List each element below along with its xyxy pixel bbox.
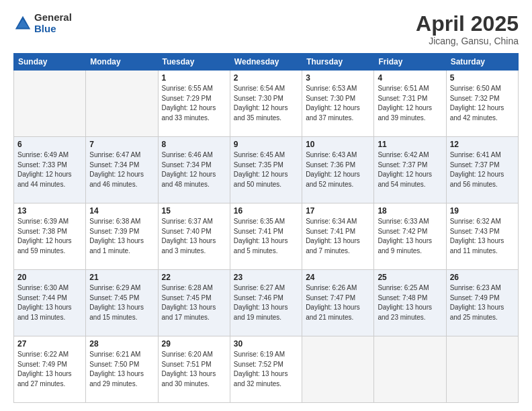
- table-row: 2Sunrise: 6:54 AMSunset: 7:30 PMDaylight…: [230, 71, 302, 137]
- day-info: Sunrise: 6:27 AMSunset: 7:46 PMDaylight:…: [234, 283, 298, 322]
- table-row: 18Sunrise: 6:33 AMSunset: 7:42 PMDayligh…: [374, 203, 446, 270]
- table-row: 26Sunrise: 6:23 AMSunset: 7:49 PMDayligh…: [446, 270, 518, 336]
- day-info: Sunrise: 6:33 AMSunset: 7:42 PMDaylight:…: [378, 217, 442, 256]
- table-row: 21Sunrise: 6:29 AMSunset: 7:45 PMDayligh…: [86, 270, 158, 336]
- day-info: Sunrise: 6:45 AMSunset: 7:35 PMDaylight:…: [234, 150, 298, 189]
- col-friday: Friday: [374, 54, 446, 71]
- day-number: 4: [378, 73, 442, 83]
- day-info: Sunrise: 6:47 AMSunset: 7:34 PMDaylight:…: [89, 150, 154, 189]
- day-info: Sunrise: 6:20 AMSunset: 7:51 PMDaylight:…: [162, 350, 226, 389]
- day-info: Sunrise: 6:22 AMSunset: 7:49 PMDaylight:…: [17, 350, 82, 389]
- day-info: Sunrise: 6:43 AMSunset: 7:36 PMDaylight:…: [306, 150, 370, 189]
- day-number: 25: [378, 273, 442, 282]
- logo-text: General Blue: [34, 12, 72, 34]
- calendar-row: 1Sunrise: 6:55 AMSunset: 7:29 PMDaylight…: [14, 71, 519, 137]
- table-row: 14Sunrise: 6:38 AMSunset: 7:39 PMDayligh…: [86, 203, 158, 270]
- day-number: 26: [450, 273, 515, 282]
- table-row: [302, 336, 374, 403]
- day-info: Sunrise: 6:54 AMSunset: 7:30 PMDaylight:…: [234, 84, 298, 123]
- table-row: 12Sunrise: 6:41 AMSunset: 7:37 PMDayligh…: [446, 137, 518, 203]
- day-number: 6: [17, 140, 82, 149]
- day-number: 3: [306, 73, 370, 83]
- day-number: 2: [234, 73, 298, 83]
- page: General Blue April 2025 Jicang, Gansu, C…: [0, 0, 532, 411]
- table-row: 7Sunrise: 6:47 AMSunset: 7:34 PMDaylight…: [86, 137, 158, 203]
- day-info: Sunrise: 6:30 AMSunset: 7:44 PMDaylight:…: [17, 283, 82, 322]
- col-sunday: Sunday: [14, 54, 86, 71]
- day-info: Sunrise: 6:39 AMSunset: 7:38 PMDaylight:…: [17, 217, 82, 256]
- day-info: Sunrise: 6:25 AMSunset: 7:48 PMDaylight:…: [378, 283, 442, 322]
- day-info: Sunrise: 6:37 AMSunset: 7:40 PMDaylight:…: [162, 217, 226, 256]
- table-row: 4Sunrise: 6:51 AMSunset: 7:31 PMDaylight…: [374, 71, 446, 137]
- day-number: 17: [306, 206, 370, 216]
- col-tuesday: Tuesday: [158, 54, 230, 71]
- table-row: 8Sunrise: 6:46 AMSunset: 7:34 PMDaylight…: [158, 137, 230, 203]
- col-thursday: Thursday: [302, 54, 374, 71]
- calendar-row: 20Sunrise: 6:30 AMSunset: 7:44 PMDayligh…: [14, 270, 519, 336]
- col-saturday: Saturday: [446, 54, 518, 71]
- day-number: 23: [234, 273, 298, 282]
- calendar-row: 13Sunrise: 6:39 AMSunset: 7:38 PMDayligh…: [14, 203, 519, 270]
- day-number: 12: [450, 140, 515, 149]
- table-row: 11Sunrise: 6:42 AMSunset: 7:37 PMDayligh…: [374, 137, 446, 203]
- day-info: Sunrise: 6:41 AMSunset: 7:37 PMDaylight:…: [450, 150, 515, 189]
- day-info: Sunrise: 6:55 AMSunset: 7:29 PMDaylight:…: [162, 84, 226, 123]
- table-row: 29Sunrise: 6:20 AMSunset: 7:51 PMDayligh…: [158, 336, 230, 403]
- day-info: Sunrise: 6:29 AMSunset: 7:45 PMDaylight:…: [89, 283, 154, 322]
- table-row: 22Sunrise: 6:28 AMSunset: 7:45 PMDayligh…: [158, 270, 230, 336]
- day-number: 10: [306, 140, 370, 149]
- day-number: 16: [234, 206, 298, 216]
- header: General Blue April 2025 Jicang, Gansu, C…: [13, 12, 519, 46]
- day-number: 1: [162, 73, 226, 83]
- table-row: 1Sunrise: 6:55 AMSunset: 7:29 PMDaylight…: [158, 71, 230, 137]
- day-number: 11: [378, 140, 442, 149]
- table-row: 10Sunrise: 6:43 AMSunset: 7:36 PMDayligh…: [302, 137, 374, 203]
- main-title: April 2025: [416, 12, 519, 36]
- day-number: 14: [89, 206, 154, 216]
- day-info: Sunrise: 6:21 AMSunset: 7:50 PMDaylight:…: [89, 350, 154, 389]
- day-info: Sunrise: 6:49 AMSunset: 7:33 PMDaylight:…: [17, 150, 82, 189]
- table-row: 17Sunrise: 6:34 AMSunset: 7:41 PMDayligh…: [302, 203, 374, 270]
- table-row: 24Sunrise: 6:26 AMSunset: 7:47 PMDayligh…: [302, 270, 374, 336]
- day-info: Sunrise: 6:38 AMSunset: 7:39 PMDaylight:…: [89, 217, 154, 256]
- day-number: 7: [89, 140, 154, 149]
- table-row: 25Sunrise: 6:25 AMSunset: 7:48 PMDayligh…: [374, 270, 446, 336]
- day-number: 15: [162, 206, 226, 216]
- day-info: Sunrise: 6:42 AMSunset: 7:37 PMDaylight:…: [378, 150, 442, 189]
- day-number: 9: [234, 140, 298, 149]
- table-row: [14, 71, 86, 137]
- day-number: 30: [234, 339, 298, 349]
- subtitle: Jicang, Gansu, China: [416, 36, 519, 46]
- table-row: 6Sunrise: 6:49 AMSunset: 7:33 PMDaylight…: [14, 137, 86, 203]
- table-row: 16Sunrise: 6:35 AMSunset: 7:41 PMDayligh…: [230, 203, 302, 270]
- logo-general: General: [34, 12, 72, 24]
- day-number: 18: [378, 206, 442, 216]
- logo: General Blue: [13, 12, 72, 34]
- day-info: Sunrise: 6:35 AMSunset: 7:41 PMDaylight:…: [234, 217, 298, 256]
- table-row: 28Sunrise: 6:21 AMSunset: 7:50 PMDayligh…: [86, 336, 158, 403]
- table-row: 9Sunrise: 6:45 AMSunset: 7:35 PMDaylight…: [230, 137, 302, 203]
- col-wednesday: Wednesday: [230, 54, 302, 71]
- day-info: Sunrise: 6:34 AMSunset: 7:41 PMDaylight:…: [306, 217, 370, 256]
- table-row: 19Sunrise: 6:32 AMSunset: 7:43 PMDayligh…: [446, 203, 518, 270]
- day-number: 5: [450, 73, 515, 83]
- day-number: 29: [162, 339, 226, 349]
- day-number: 28: [89, 339, 154, 349]
- table-row: 23Sunrise: 6:27 AMSunset: 7:46 PMDayligh…: [230, 270, 302, 336]
- day-info: Sunrise: 6:50 AMSunset: 7:32 PMDaylight:…: [450, 84, 515, 123]
- day-number: 13: [17, 206, 82, 216]
- table-row: [86, 71, 158, 137]
- table-row: 15Sunrise: 6:37 AMSunset: 7:40 PMDayligh…: [158, 203, 230, 270]
- day-info: Sunrise: 6:51 AMSunset: 7:31 PMDaylight:…: [378, 84, 442, 123]
- table-row: 30Sunrise: 6:19 AMSunset: 7:52 PMDayligh…: [230, 336, 302, 403]
- day-number: 20: [17, 273, 82, 282]
- table-row: [446, 336, 518, 403]
- calendar-header-row: Sunday Monday Tuesday Wednesday Thursday…: [14, 54, 519, 71]
- day-number: 19: [450, 206, 515, 216]
- table-row: [374, 336, 446, 403]
- logo-icon: [13, 14, 32, 33]
- calendar-row: 27Sunrise: 6:22 AMSunset: 7:49 PMDayligh…: [14, 336, 519, 403]
- table-row: 5Sunrise: 6:50 AMSunset: 7:32 PMDaylight…: [446, 71, 518, 137]
- day-number: 8: [162, 140, 226, 149]
- day-info: Sunrise: 6:19 AMSunset: 7:52 PMDaylight:…: [234, 350, 298, 389]
